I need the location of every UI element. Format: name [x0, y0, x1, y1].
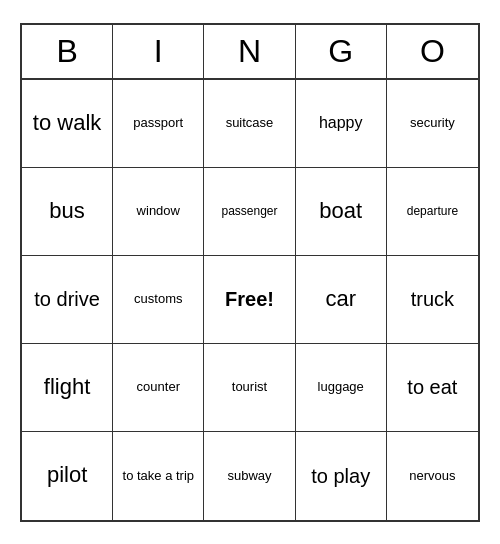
bingo-cell-text-9: departure: [407, 204, 458, 218]
bingo-cell-text-6: window: [137, 203, 180, 219]
bingo-board: BINGO to walkpassportsuitcasehappysecuri…: [20, 23, 480, 522]
bingo-cell-5: bus: [22, 168, 113, 256]
bingo-cell-text-16: counter: [137, 379, 180, 395]
bingo-cell-12: Free!: [204, 256, 295, 344]
bingo-cell-6: window: [113, 168, 204, 256]
bingo-cell-19: to eat: [387, 344, 478, 432]
bingo-cell-text-24: nervous: [409, 468, 455, 484]
bingo-cell-3: happy: [296, 80, 387, 168]
bingo-cell-text-12: Free!: [225, 287, 274, 311]
bingo-cell-text-3: happy: [319, 113, 363, 132]
bingo-cell-text-2: suitcase: [226, 115, 274, 131]
header-letter-n: N: [204, 25, 295, 78]
bingo-cell-15: flight: [22, 344, 113, 432]
bingo-cell-text-18: luggage: [318, 379, 364, 395]
bingo-cell-2: suitcase: [204, 80, 295, 168]
bingo-cell-text-23: to play: [311, 464, 370, 488]
header-letter-b: B: [22, 25, 113, 78]
bingo-cell-text-7: passenger: [221, 204, 277, 218]
bingo-cell-20: pilot: [22, 432, 113, 520]
bingo-cell-9: departure: [387, 168, 478, 256]
bingo-cell-text-13: car: [325, 286, 356, 312]
bingo-cell-text-0: to walk: [33, 110, 101, 136]
bingo-cell-23: to play: [296, 432, 387, 520]
header-letter-i: I: [113, 25, 204, 78]
bingo-cell-18: luggage: [296, 344, 387, 432]
bingo-cell-4: security: [387, 80, 478, 168]
bingo-cell-text-15: flight: [44, 374, 90, 400]
bingo-cell-text-20: pilot: [47, 462, 87, 488]
bingo-cell-text-4: security: [410, 115, 455, 131]
bingo-cell-text-17: tourist: [232, 379, 267, 395]
header-letter-o: O: [387, 25, 478, 78]
bingo-cell-text-19: to eat: [407, 375, 457, 399]
bingo-cell-text-14: truck: [411, 287, 454, 311]
bingo-cell-8: boat: [296, 168, 387, 256]
bingo-cell-text-5: bus: [49, 198, 84, 224]
bingo-cell-13: car: [296, 256, 387, 344]
bingo-cell-22: subway: [204, 432, 295, 520]
header-letter-g: G: [296, 25, 387, 78]
bingo-cell-text-8: boat: [319, 198, 362, 224]
bingo-cell-1: passport: [113, 80, 204, 168]
bingo-cell-text-11: customs: [134, 291, 182, 307]
bingo-cell-text-21: to take a trip: [123, 468, 195, 484]
bingo-cell-0: to walk: [22, 80, 113, 168]
bingo-cell-text-10: to drive: [34, 287, 100, 311]
bingo-header: BINGO: [22, 25, 478, 80]
bingo-cell-11: customs: [113, 256, 204, 344]
bingo-cell-17: tourist: [204, 344, 295, 432]
bingo-cell-10: to drive: [22, 256, 113, 344]
bingo-cell-7: passenger: [204, 168, 295, 256]
bingo-grid: to walkpassportsuitcasehappysecuritybusw…: [22, 80, 478, 520]
bingo-cell-14: truck: [387, 256, 478, 344]
bingo-cell-21: to take a trip: [113, 432, 204, 520]
bingo-cell-16: counter: [113, 344, 204, 432]
bingo-cell-text-1: passport: [133, 115, 183, 131]
bingo-cell-text-22: subway: [227, 468, 271, 484]
bingo-cell-24: nervous: [387, 432, 478, 520]
